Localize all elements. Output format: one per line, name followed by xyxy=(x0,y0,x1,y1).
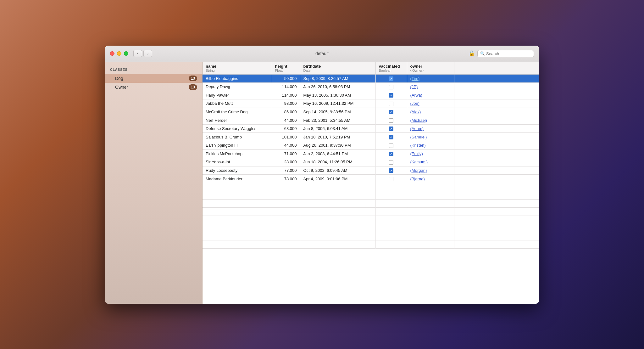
checkbox-1[interactable] xyxy=(389,85,393,89)
empty-cell xyxy=(407,224,454,232)
checkbox-8[interactable] xyxy=(389,144,393,148)
owner-link-2[interactable]: (Arwa) xyxy=(410,93,422,98)
table-row[interactable]: Sir Yaps-a-lot 128.000 Jun 18, 2004, 11:… xyxy=(203,158,539,166)
cell-height-5: 44.000 xyxy=(272,116,300,125)
col-header-name[interactable]: name String xyxy=(203,62,272,75)
cell-vaccinated-4 xyxy=(375,108,407,116)
cell-owner-6: (Adam) xyxy=(407,124,454,133)
empty-cell xyxy=(407,199,454,207)
cell-vaccinated-9 xyxy=(375,149,407,158)
cell-vaccinated-8 xyxy=(375,141,407,150)
cell-owner-3: (Joe) xyxy=(407,99,454,108)
owner-link-0[interactable]: (Tim) xyxy=(410,76,420,81)
empty-cell xyxy=(375,183,407,191)
table-row[interactable]: McGroff the Crime Dog 86.000 Sep 14, 200… xyxy=(203,108,539,116)
empty-cell xyxy=(203,199,272,207)
cell-height-12: 78.000 xyxy=(272,175,300,183)
table-row-empty xyxy=(203,191,539,199)
cell-birthdate-9: Jan 2, 2008, 6:44:51 PM xyxy=(300,149,375,158)
empty-cell xyxy=(300,207,375,216)
cell-extra-5 xyxy=(454,116,539,125)
table-row[interactable]: Hairy Pawter 114.000 May 13, 2005, 1:36:… xyxy=(203,91,539,99)
table-body: Bilbo Fleabaggins 50.000 Sep 8, 2009, 8:… xyxy=(203,74,539,248)
owner-link-11[interactable]: (Morgan) xyxy=(410,168,427,173)
owner-link-3[interactable]: (Joe) xyxy=(410,101,420,106)
data-table: name String height Float birthdate Date xyxy=(203,62,539,249)
checkbox-9[interactable] xyxy=(389,152,393,156)
table-row-empty xyxy=(203,183,539,191)
checkbox-5[interactable] xyxy=(389,118,393,123)
cell-extra-12 xyxy=(454,175,539,183)
checkbox-6[interactable] xyxy=(389,127,393,131)
cell-owner-9: (Emily) xyxy=(407,149,454,158)
owner-link-1[interactable]: (JP) xyxy=(410,84,418,89)
cell-birthdate-0: Sep 8, 2009, 8:26:57 AM xyxy=(300,74,375,83)
forward-button[interactable]: › xyxy=(143,50,152,57)
empty-cell xyxy=(407,232,454,240)
checkbox-7[interactable] xyxy=(389,135,393,139)
table-row[interactable]: Deputy Dawg 114.000 Jan 26, 2010, 6:58:0… xyxy=(203,83,539,91)
empty-cell xyxy=(407,216,454,224)
table-row[interactable]: Rudy Loosebooty 77.000 Oct 9, 2002, 6:09… xyxy=(203,166,539,175)
owner-link-8[interactable]: (Kristen) xyxy=(410,143,426,148)
col-header-owner[interactable]: owner <Owner> xyxy=(407,62,454,75)
cell-name-11: Rudy Loosebooty xyxy=(203,166,272,175)
owner-link-6[interactable]: (Adam) xyxy=(410,126,424,131)
table-row[interactable]: Nerf Herder 44.000 Feb 23, 2001, 5:34:55… xyxy=(203,116,539,125)
owner-link-7[interactable]: (Samuel) xyxy=(410,135,427,139)
checkbox-3[interactable] xyxy=(389,102,393,106)
checkbox-2[interactable] xyxy=(389,93,393,98)
table-row[interactable]: Pickles McPorkchop 71.000 Jan 2, 2008, 6… xyxy=(203,149,539,158)
empty-cell xyxy=(203,224,272,232)
empty-cell xyxy=(407,191,454,199)
titlebar: ‹ › default 🔓 🔍 xyxy=(105,46,539,62)
empty-cell xyxy=(454,232,539,240)
table-row-empty xyxy=(203,224,539,232)
sidebar-item-owner[interactable]: Owner 13 xyxy=(105,83,202,92)
search-box[interactable]: 🔍 xyxy=(477,50,534,57)
close-button[interactable] xyxy=(110,51,114,56)
checkbox-0[interactable] xyxy=(389,76,393,81)
cell-vaccinated-7 xyxy=(375,133,407,141)
col-header-birthdate[interactable]: birthdate Date xyxy=(300,62,375,75)
empty-cell xyxy=(454,224,539,232)
checkbox-10[interactable] xyxy=(389,160,393,165)
table-row[interactable]: Earl Yippington III 44.000 Aug 26, 2001,… xyxy=(203,141,539,150)
table-row[interactable]: Jabba the Mutt 98.000 May 16, 2009, 12:4… xyxy=(203,99,539,108)
cell-name-10: Sir Yaps-a-lot xyxy=(203,158,272,166)
cell-name-0: Bilbo Fleabaggins xyxy=(203,74,272,83)
table-row-empty xyxy=(203,232,539,240)
table-container[interactable]: name String height Float birthdate Date xyxy=(203,62,539,304)
cell-name-5: Nerf Herder xyxy=(203,116,272,125)
owner-link-5[interactable]: (Michael) xyxy=(410,118,427,123)
cell-owner-4: (Alex) xyxy=(407,108,454,116)
table-row[interactable]: Madame Barklouder 78.000 Apr 4, 2009, 9:… xyxy=(203,175,539,183)
table-row[interactable]: Bilbo Fleabaggins 50.000 Sep 8, 2009, 8:… xyxy=(203,74,539,83)
cell-vaccinated-6 xyxy=(375,124,407,133)
col-header-vaccinated[interactable]: vaccinated Boolean xyxy=(375,62,407,75)
owner-link-9[interactable]: (Emily) xyxy=(410,151,423,156)
cell-birthdate-4: Sep 14, 2005, 9:38:56 PM xyxy=(300,108,375,116)
cell-owner-12: (Bjarne) xyxy=(407,175,454,183)
owner-link-10[interactable]: (Katsumi) xyxy=(410,160,428,164)
checkbox-4[interactable] xyxy=(389,110,393,114)
cell-height-7: 101.000 xyxy=(272,133,300,141)
classes-header: CLASSES xyxy=(105,66,202,74)
sidebar-owner-badge: 13 xyxy=(189,84,197,90)
search-input[interactable] xyxy=(486,51,531,56)
col-header-height[interactable]: height Float xyxy=(272,62,300,75)
checkbox-12[interactable] xyxy=(389,177,393,181)
back-button[interactable]: ‹ xyxy=(133,50,142,57)
maximize-button[interactable] xyxy=(124,51,128,56)
table-row[interactable]: Salacious B. Crumb 101.000 Jan 18, 2010,… xyxy=(203,133,539,141)
cell-owner-7: (Samuel) xyxy=(407,133,454,141)
owner-link-12[interactable]: (Bjarne) xyxy=(410,177,425,181)
table-row[interactable]: Defense Secretary Waggles 63.000 Jun 8, … xyxy=(203,124,539,133)
checkbox-11[interactable] xyxy=(389,168,393,173)
sidebar-item-dog[interactable]: Dog 13 xyxy=(105,74,202,83)
empty-cell xyxy=(375,232,407,240)
minimize-button[interactable] xyxy=(117,51,121,56)
owner-link-4[interactable]: (Alex) xyxy=(410,110,421,114)
cell-extra-0 xyxy=(454,74,539,83)
empty-cell xyxy=(375,216,407,224)
